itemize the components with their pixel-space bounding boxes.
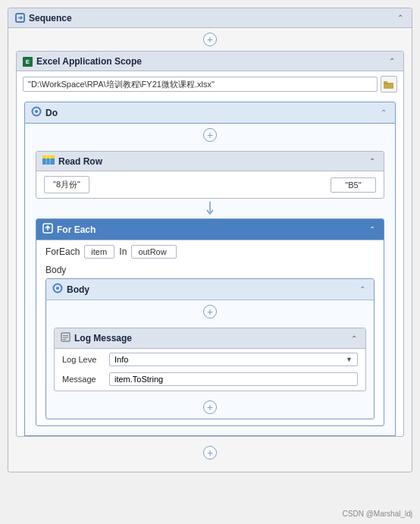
foreach-label: ForEach: [45, 246, 80, 257]
read-row-icon: [42, 155, 55, 167]
file-path-row: [17, 71, 403, 97]
foreach-collapse-btn[interactable]: ⌃: [367, 224, 378, 234]
excel-header: E Excel Application Scope ⌃: [17, 52, 403, 71]
add-btn-body-bottom[interactable]: +: [203, 400, 217, 414]
log-level-value: Info: [114, 355, 128, 364]
body-icon: [52, 283, 63, 296]
excel-title: Excel Application Scope: [36, 56, 142, 67]
do-icon: [31, 106, 42, 119]
log-message-row: Message item.ToString: [55, 369, 365, 391]
log-icon: [61, 332, 71, 344]
body-inner-block: Body ⌃ +: [45, 278, 375, 419]
foreach-title: For Each: [57, 224, 96, 235]
sequence-icon: [14, 13, 25, 24]
folder-btn[interactable]: [381, 76, 397, 93]
log-header-left: Log Message: [61, 332, 132, 344]
read-row-header-left: Read Row: [42, 155, 102, 167]
arrow-down: [25, 199, 395, 218]
add-after-log: +: [46, 396, 374, 419]
log-title: Log Message: [74, 333, 132, 344]
sequence-header: Sequence ⌃: [8, 8, 412, 28]
read-row-title: Read Row: [58, 156, 102, 167]
foreach-header-left: For Each: [42, 223, 96, 236]
body-inner-header-left: Body: [52, 283, 89, 296]
foreach-var-value[interactable]: outRow: [131, 245, 177, 259]
sequence-header-left: Sequence: [14, 13, 72, 24]
do-title: Do: [45, 108, 58, 118]
sequence-container: Sequence ⌃ + E Excel Application Scope ⌃: [8, 8, 412, 472]
svg-point-6: [35, 110, 38, 113]
foreach-header: For Each ⌃: [36, 219, 384, 240]
log-header: Log Message ⌃: [55, 328, 365, 349]
watermark: CSDN @Marshal_ldj: [343, 510, 412, 518]
svg-rect-7: [42, 155, 55, 158]
read-row-field1[interactable]: "8月份": [44, 176, 89, 193]
do-block: Do ⌃ +: [24, 102, 396, 436]
add-before-excel: +: [8, 28, 412, 51]
log-level-dropdown[interactable]: Info ▼: [109, 353, 358, 366]
add-btn-do-top[interactable]: +: [203, 128, 217, 142]
excel-collapse-btn[interactable]: ⌃: [387, 56, 397, 66]
file-path-input[interactable]: [23, 77, 378, 92]
log-collapse-btn[interactable]: ⌃: [349, 334, 359, 344]
log-message-label: Message: [62, 375, 105, 384]
body-collapse-btn[interactable]: ⌃: [357, 284, 368, 294]
sequence-title: Sequence: [29, 13, 72, 24]
add-bottom: +: [8, 441, 412, 464]
log-message-input[interactable]: item.ToString: [109, 372, 358, 386]
svg-rect-4: [384, 81, 387, 83]
excel-header-left: E Excel Application Scope: [23, 55, 142, 67]
foreach-item-value[interactable]: item: [84, 245, 114, 259]
foreach-icon: [42, 223, 53, 236]
read-row-block: Read Row ⌃ "8月份" "B5": [36, 151, 384, 199]
excel-block: E Excel Application Scope ⌃: [16, 51, 404, 437]
add-before-readrow: +: [25, 124, 395, 146]
foreach-in-label: In: [119, 246, 127, 257]
do-header: Do ⌃: [24, 102, 396, 124]
sequence-collapse-btn[interactable]: ⌃: [395, 13, 406, 23]
log-level-row: Log Leve Info ▼: [55, 349, 365, 369]
foreach-block: For Each ⌃ ForEach item In outRow Body: [36, 218, 384, 426]
body-title: Body: [67, 284, 89, 295]
add-btn-top[interactable]: +: [203, 33, 217, 46]
do-collapse-btn[interactable]: ⌃: [378, 108, 389, 118]
foreach-body-label: Body: [36, 263, 384, 278]
svg-point-15: [56, 287, 59, 290]
log-block: Log Message ⌃ Log Leve Info ▼: [54, 328, 366, 391]
do-header-left: Do: [31, 106, 58, 119]
log-level-label: Log Leve: [62, 355, 105, 364]
svg-rect-8: [42, 158, 55, 162]
read-row-header: Read Row ⌃: [36, 152, 384, 171]
add-btn-bottom[interactable]: +: [203, 446, 217, 460]
read-row-field2[interactable]: "B5": [331, 177, 376, 193]
add-btn-body-top[interactable]: +: [203, 305, 217, 318]
read-row-collapse-btn[interactable]: ⌃: [367, 156, 378, 166]
body-inner-header: Body ⌃: [46, 279, 374, 300]
excel-icon: E: [23, 55, 33, 67]
foreach-params: ForEach item In outRow: [36, 240, 384, 263]
read-row-content: "8月份" "B5": [36, 171, 384, 198]
do-inner: +: [24, 124, 396, 436]
add-before-log: +: [46, 300, 374, 323]
dropdown-arrow-icon: ▼: [346, 356, 353, 363]
svg-rect-9: [42, 162, 55, 165]
